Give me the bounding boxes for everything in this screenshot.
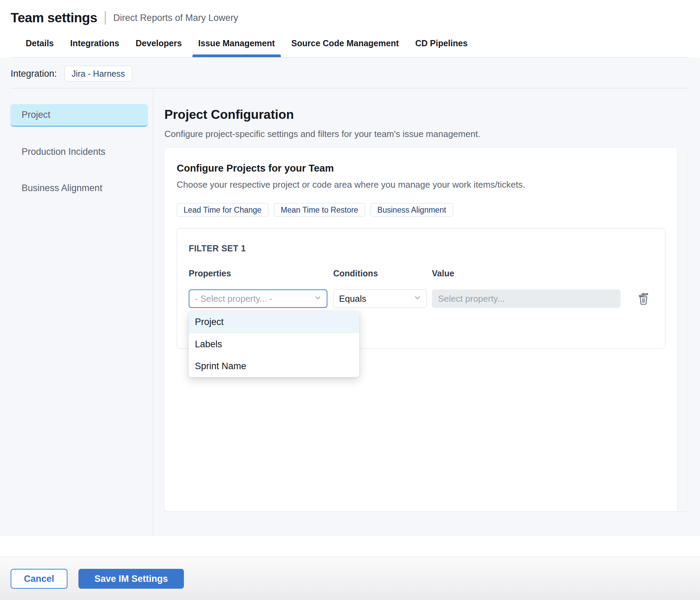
properties-column-label: Properties bbox=[189, 268, 327, 278]
main-panel: Project Configuration Configure project-… bbox=[153, 88, 700, 536]
delete-filter-button[interactable] bbox=[636, 291, 651, 307]
page-title: Team settings bbox=[11, 10, 97, 25]
section-description: Configure project-specific settings and … bbox=[164, 129, 687, 139]
chip-business-alignment[interactable]: Business Alignment bbox=[371, 203, 453, 217]
value-column-label: Value bbox=[432, 268, 621, 278]
property-dropdown: Project Labels Sprint Name bbox=[189, 311, 359, 377]
integration-row: Integration: Jira - Harness bbox=[0, 58, 700, 82]
conditions-column-label: Conditions bbox=[333, 268, 427, 278]
dropdown-option-sprint-name[interactable]: Sprint Name bbox=[189, 355, 359, 377]
sidebar-item-business-alignment[interactable]: Business Alignment bbox=[10, 177, 148, 199]
title-divider bbox=[105, 11, 106, 25]
filter-column-labels: Properties Conditions Value bbox=[189, 268, 653, 278]
card-scrollbar-gutter[interactable] bbox=[677, 148, 687, 511]
chevron-down-icon bbox=[314, 293, 322, 304]
section-title: Project Configuration bbox=[164, 108, 687, 122]
dropdown-option-labels[interactable]: Labels bbox=[189, 333, 359, 355]
card-title: Configure Projects for your Team bbox=[177, 163, 675, 174]
tab-cd-pipelines[interactable]: CD Pipelines bbox=[415, 38, 468, 57]
integration-chip[interactable]: Jira - Harness bbox=[64, 66, 132, 82]
tab-source-code-management[interactable]: Source Code Management bbox=[291, 38, 399, 57]
filter-set-box: FILTER SET 1 Properties Conditions Value… bbox=[177, 228, 665, 349]
settings-sidebar: Project Production Incidents Business Al… bbox=[0, 88, 153, 536]
page-subtitle: Direct Reports of Mary Lowery bbox=[113, 13, 238, 23]
page-header: Team settings Direct Reports of Mary Low… bbox=[0, 0, 700, 58]
property-select[interactable]: - Select property... - Project Labels Sp… bbox=[189, 289, 327, 308]
footer-bar: Cancel Save IM Settings bbox=[0, 557, 700, 600]
chip-mean-time-to-restore[interactable]: Mean Time to Restore bbox=[274, 203, 365, 217]
filter-set-title: FILTER SET 1 bbox=[189, 243, 653, 253]
content-area: Project Production Incidents Business Al… bbox=[0, 88, 700, 536]
title-row: Team settings Direct Reports of Mary Low… bbox=[11, 10, 688, 25]
property-select-placeholder: - Select property... - bbox=[195, 293, 272, 304]
card-description: Choose your respective project or code a… bbox=[177, 179, 675, 190]
project-config-card: Configure Projects for your Team Choose … bbox=[164, 148, 687, 511]
dropdown-option-project[interactable]: Project bbox=[189, 311, 359, 333]
cancel-button[interactable]: Cancel bbox=[11, 569, 67, 589]
tab-details[interactable]: Details bbox=[26, 38, 54, 57]
save-im-settings-button[interactable]: Save IM Settings bbox=[78, 569, 184, 589]
body-region: Integration: Jira - Harness Project Prod… bbox=[0, 58, 700, 536]
sidebar-item-project[interactable]: Project bbox=[10, 104, 148, 127]
chip-lead-time-for-change[interactable]: Lead Time for Change bbox=[177, 203, 268, 217]
metric-chips-row: Lead Time for Change Mean Time to Restor… bbox=[177, 203, 675, 217]
integration-label: Integration: bbox=[11, 68, 57, 79]
chevron-down-icon bbox=[413, 293, 422, 304]
value-input[interactable] bbox=[432, 289, 621, 308]
tab-developers[interactable]: Developers bbox=[136, 38, 182, 57]
condition-select[interactable]: Equals bbox=[333, 289, 427, 308]
filter-controls-row: - Select property... - Project Labels Sp… bbox=[189, 289, 653, 308]
tab-issue-management[interactable]: Issue Management bbox=[198, 38, 275, 57]
sidebar-item-production-incidents[interactable]: Production Incidents bbox=[10, 140, 148, 163]
condition-select-value: Equals bbox=[339, 293, 366, 304]
tab-integrations[interactable]: Integrations bbox=[70, 38, 119, 57]
trash-icon bbox=[636, 302, 651, 308]
tab-bar: Details Integrations Developers Issue Ma… bbox=[11, 38, 688, 58]
